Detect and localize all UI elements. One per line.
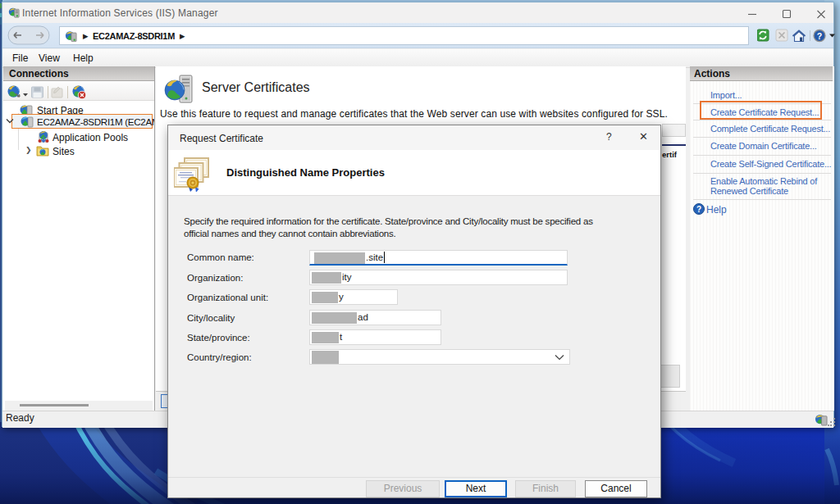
svg-text:?: ? xyxy=(817,31,822,41)
svg-text:?: ? xyxy=(696,205,701,214)
